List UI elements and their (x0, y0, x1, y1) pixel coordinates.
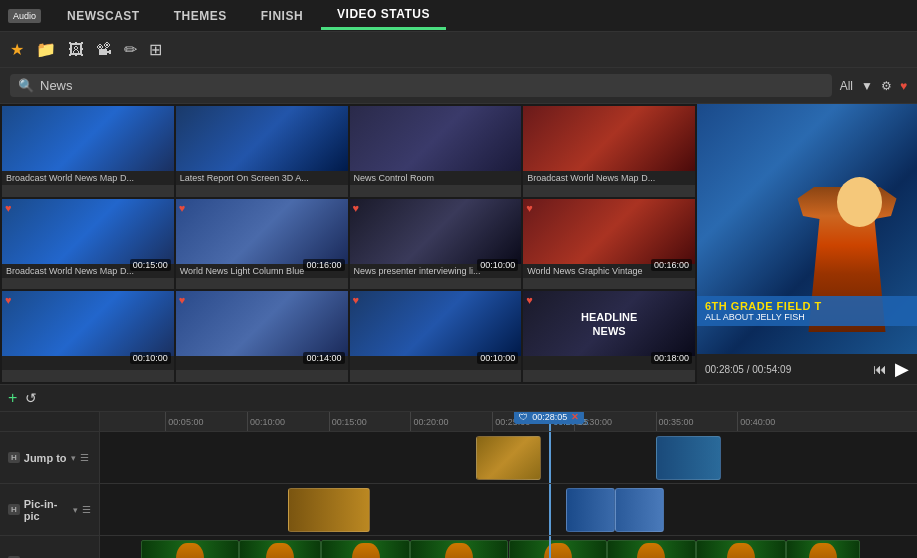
track-content-jump-to[interactable] (100, 432, 917, 483)
search-icon: 🔍 (18, 78, 34, 93)
media-duration: 00:15:00 (130, 259, 171, 271)
greenscreen-clip-2[interactable] (239, 540, 321, 558)
time-label: 00:35:00 (659, 417, 694, 427)
greenscreen-clip-6[interactable] (607, 540, 697, 558)
ruler-mark: 00:20:00 (410, 412, 448, 431)
heart-icon: ♥ (5, 294, 12, 306)
track-content-greenscreen[interactable] (100, 536, 917, 558)
media-grid: Broadcast World News Map D... Latest Rep… (0, 104, 697, 384)
preview-buttons: ⏮ ▶ (873, 358, 909, 380)
media-duration: 00:10:00 (477, 352, 518, 364)
search-input-wrap[interactable]: 🔍 (10, 74, 832, 97)
track-menu-icon[interactable]: ☰ (82, 504, 91, 515)
heart-icon[interactable]: ♥ (900, 79, 907, 93)
folder-icon[interactable]: 📁 (36, 40, 56, 59)
playhead-line (549, 484, 551, 535)
timeline-controls: + ↺ (0, 385, 917, 412)
greenscreen-clip-7[interactable] (696, 540, 786, 558)
ruler-mark: 00:10:00 (247, 412, 285, 431)
media-item[interactable]: Latest Report On Screen 3D A... (176, 106, 348, 197)
ruler-inner: 00:05:00 00:10:00 00:15:00 00:20:00 00:2 (100, 412, 917, 431)
media-duration: 00:18:00 (651, 352, 692, 364)
media-item[interactable]: ♥ 00:14:00 (176, 291, 348, 382)
media-item[interactable]: ♥ 00:10:00 (2, 291, 174, 382)
track-labels-column: H Jump to ▾ ☰ H Pic-in-pic ▾ ☰ H Greensc… (0, 412, 100, 558)
add-clip-button[interactable]: + (8, 389, 17, 407)
clip-pic-blue2[interactable] (615, 488, 664, 532)
icon-toolbar: ★ 📁 🖼 📽 ✏ ⊞ (0, 32, 917, 68)
track-label-greenscreen: H Greenscreen ▾ ☰ (0, 536, 100, 558)
track-dropdown-icon[interactable]: ▾ (71, 453, 76, 463)
top-navigation: Audio NEWSCAST THEMES FINISH VIDEO STATU… (0, 0, 917, 32)
layout-icon[interactable]: ⊞ (149, 40, 162, 59)
filter-settings-icon[interactable]: ⚙ (881, 79, 892, 93)
ruler-mark: 00:15:00 (329, 412, 367, 431)
time-label: 00:30:00 (577, 417, 612, 427)
media-duration: 00:14:00 (303, 352, 344, 364)
tab-newscast[interactable]: NEWSCAST (51, 3, 156, 29)
tab-themes[interactable]: THEMES (158, 3, 243, 29)
preview-subtitle: ALL ABOUT JELLY FISH (705, 312, 909, 322)
ruler-mark: 00:25:00 (492, 412, 530, 431)
media-item[interactable]: News Control Room (350, 106, 522, 197)
track-label-jump-to: H Jump to ▾ ☰ (0, 432, 100, 484)
track-greenscreen (100, 536, 917, 558)
greenscreen-clip-8[interactable] (786, 540, 860, 558)
h-badge: H (8, 504, 20, 515)
video-icon[interactable]: 📽 (96, 41, 112, 59)
media-title: Broadcast World News Map D... (523, 171, 695, 185)
content-area: Broadcast World News Map D... Latest Rep… (0, 104, 917, 384)
media-item[interactable]: ♥ 00:10:00 (350, 291, 522, 382)
filter-dropdown-icon[interactable]: ▼ (861, 79, 873, 93)
track-content-pic-in-pic[interactable] (100, 484, 917, 535)
clip-jellyfish[interactable] (656, 436, 721, 480)
track-label-pic-in-pic: H Pic-in-pic ▾ ☰ (0, 484, 100, 536)
media-item[interactable]: ♥ 00:15:00 Broadcast World News Map D... (2, 199, 174, 290)
heart-icon: ♥ (179, 294, 186, 306)
track-jump-to (100, 432, 917, 484)
tab-finish[interactable]: FINISH (245, 3, 319, 29)
search-filters: All ▼ ⚙ ♥ (840, 79, 907, 93)
heart-icon: ♥ (5, 202, 12, 214)
heart-icon: ♥ (353, 202, 360, 214)
track-pic-in-pic (100, 484, 917, 536)
greenscreen-clip-5[interactable] (509, 540, 607, 558)
time-label: 00:25:00 (495, 417, 530, 427)
media-item[interactable]: HEADLINENEWS ♥ 00:18:00 (523, 291, 695, 382)
media-item[interactable]: ♥ 00:16:00 World News Light Column Blue (176, 199, 348, 290)
time-label: 00:20:00 (413, 417, 448, 427)
track-name-jump-to: Jump to (24, 452, 67, 464)
media-item[interactable]: ♥ 00:16:00 World News Graphic Vintage (523, 199, 695, 290)
media-duration: 00:16:00 (651, 259, 692, 271)
audio-badge: Audio (8, 9, 41, 23)
ruler-mark: 00:05:00 (165, 412, 203, 431)
track-dropdown-icon[interactable]: ▾ (73, 505, 78, 515)
media-duration: 00:10:00 (477, 259, 518, 271)
media-title: Latest Report On Screen 3D A... (176, 171, 348, 185)
clip-pic-blue1[interactable] (566, 488, 615, 532)
media-item[interactable]: Broadcast World News Map D... (523, 106, 695, 197)
greenscreen-clip-1[interactable] (141, 540, 239, 558)
media-item[interactable]: ♥ 00:10:00 News presenter interviewing l… (350, 199, 522, 290)
search-input[interactable] (40, 78, 824, 93)
tab-video-status[interactable]: VIDEO STATUS (321, 1, 446, 30)
image-icon[interactable]: 🖼 (68, 41, 84, 59)
edit-icon[interactable]: ✏ (124, 40, 137, 59)
media-title: Broadcast World News Map D... (2, 171, 174, 185)
undo-button[interactable]: ↺ (25, 390, 37, 406)
skip-back-button[interactable]: ⏮ (873, 361, 887, 377)
clip-food[interactable] (476, 436, 541, 480)
media-duration: 00:10:00 (130, 352, 171, 364)
track-menu-icon[interactable]: ☰ (80, 452, 89, 463)
play-button[interactable]: ▶ (895, 358, 909, 380)
media-duration: 00:16:00 (303, 259, 344, 271)
greenscreen-clip-4[interactable] (410, 540, 508, 558)
greenscreen-clip-3[interactable] (321, 540, 411, 558)
timeline-container: H Jump to ▾ ☰ H Pic-in-pic ▾ ☰ H Greensc… (0, 412, 917, 558)
preview-video: 6TH GRADE FIELD T ALL ABOUT JELLY FISH (697, 104, 917, 354)
filter-all-label[interactable]: All (840, 79, 853, 93)
star-icon[interactable]: ★ (10, 40, 24, 59)
media-item[interactable]: Broadcast World News Map D... (2, 106, 174, 197)
timeline-area: + ↺ H Jump to ▾ ☰ H Pic-in-pic (0, 384, 917, 558)
clip-pic-food[interactable] (288, 488, 370, 532)
